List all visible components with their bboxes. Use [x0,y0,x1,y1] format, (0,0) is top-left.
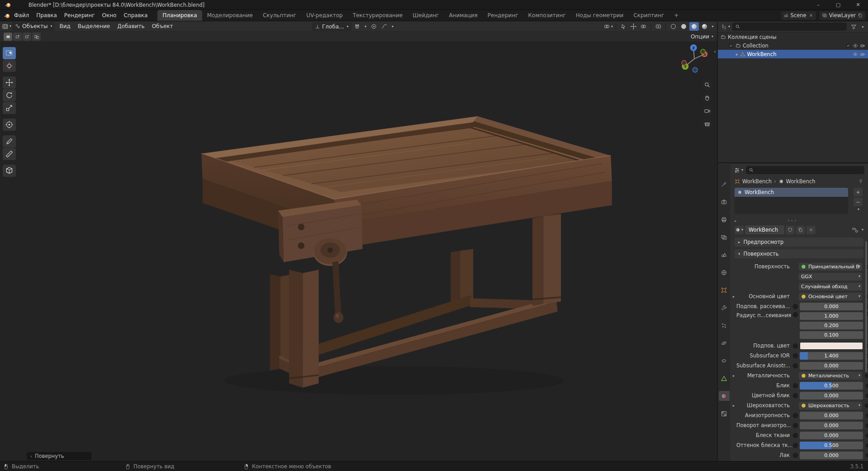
browse-material-button[interactable]: ▾ [735,226,744,234]
menu-Окно[interactable]: Окно [99,11,120,20]
properties-tab-particles[interactable] [719,320,730,330]
snap-toggle-button[interactable] [353,22,362,31]
viewport-menu-Добавить[interactable]: Добавить [114,22,148,31]
properties-tab-view-layer[interactable] [719,232,730,242]
options-dropdown[interactable]: Опции ▾ [691,33,713,40]
slider-Subsurface Anisotr...[interactable]: 0.000 [800,362,863,370]
select-set-button[interactable] [4,33,12,41]
camsmall-toggle[interactable] [860,43,865,48]
outliner-search-input[interactable] [732,23,847,31]
new-viewlayer-icon[interactable] [858,13,863,18]
viewport-menu-Вид[interactable]: Вид [56,22,74,31]
slider-Лак[interactable]: 0.000 [800,452,863,459]
properties-tab-output[interactable] [719,214,730,224]
tool-measure[interactable] [3,148,16,160]
decorator-dot[interactable] [866,384,868,388]
decorator-dot[interactable] [865,404,868,408]
decorator-dot[interactable] [866,433,868,438]
decorator-dot[interactable] [866,453,868,457]
decorator-dot[interactable] [866,423,868,428]
preview-section-header[interactable]: ▸ Предпросмотр [735,238,863,247]
decorator-dot[interactable] [865,374,868,378]
close-button[interactable]: ✕ [848,0,868,10]
decorator-dot[interactable] [866,443,868,447]
unlink-scene-icon[interactable] [808,13,814,18]
tool-move[interactable] [3,76,16,89]
select-extend-button[interactable] [13,33,22,41]
menu-Правка[interactable]: Правка [33,11,61,20]
editor-type-button[interactable]: ▾ [2,22,11,31]
surface-section-header[interactable]: ▾ Поверхность [735,249,863,258]
slider-Цветной блик[interactable]: 0.000 [800,392,863,400]
workspace-tab-Ноды геометрии[interactable]: Ноды геометрии [571,10,629,21]
navigation-gizmo[interactable]: Z X Y [678,43,710,75]
gizmos-toggle-button[interactable] [629,22,638,31]
decorator-dot[interactable] [866,394,868,398]
eye-toggle[interactable] [853,43,858,48]
fake-user-button[interactable] [786,226,795,234]
properties-search-input[interactable] [746,166,864,174]
falloff-button[interactable] [380,22,389,31]
add-slot-button[interactable] [854,188,863,196]
dropdown-Металличность[interactable]: Металличность▾ [799,372,862,380]
outliner-row-Collection[interactable]: Collection [718,41,868,50]
menu-Рендеринг[interactable]: Рендеринг [61,11,99,20]
shading-options-button[interactable]: ▾ [710,22,715,31]
minimize-button[interactable]: – [808,0,828,10]
slider-Блеск ткани[interactable]: 0.000 [800,432,863,439]
list-resize-grip[interactable]: ▸ ••• [735,218,848,224]
blender-menu-icon[interactable] [4,12,10,19]
number-field[interactable]: 0.100 [800,331,863,339]
properties-editor-button[interactable]: ▾ [734,166,743,175]
properties-tab-physics[interactable] [719,338,730,348]
falloff-options-button[interactable]: ▾ [390,22,395,31]
overlays-toggle-button[interactable] [639,22,648,31]
tool-add-cube[interactable] [3,165,16,177]
outliner-filter-button[interactable] [849,23,858,31]
material-slot-list[interactable]: WorkBench [735,188,848,214]
material-slot-item[interactable]: WorkBench [735,188,848,197]
sidebar-toggle[interactable]: ‹ [714,48,716,55]
properties-tab-modifiers[interactable] [719,303,730,313]
copy-material-button[interactable] [796,226,805,234]
snap-options-button[interactable]: ▾ [363,22,368,31]
slider-Анизотропность[interactable]: 0.000 [800,412,863,419]
properties-tab-render[interactable] [719,197,730,207]
dropdown-Основной цвет[interactable]: Основной цвет▾ [799,293,862,300]
maximize-button[interactable]: ▢ [828,0,848,10]
mode-dropdown[interactable]: Объекты ▾ [12,22,55,31]
select-intersect-button[interactable] [32,33,41,41]
tool-cursor[interactable] [3,60,16,72]
dropdown-Шероховатость[interactable]: Шероховатость▾ [799,402,862,409]
workspace-tab-UV-редактор[interactable]: UV-редактор [301,10,347,21]
viewport-menu-Выделение[interactable]: Выделение [74,22,114,31]
shading-material-button[interactable] [689,22,699,31]
outliner-options-button[interactable]: ▾ [860,23,865,31]
slider-Блик[interactable]: 0.500 [800,382,863,390]
slot-specials-button[interactable]: ▾ [858,208,859,211]
select-subtract-button[interactable] [23,33,31,41]
expand-icon[interactable]: ▸ [731,374,736,378]
nav-gridfloor-button[interactable] [702,119,712,129]
slider-Подпов. рассеива...[interactable]: 0.000 [800,303,863,310]
workspace-tab-Рендеринг[interactable]: Рендеринг [483,10,523,21]
select-GGX[interactable]: GGX▾ [799,273,862,281]
use-nodes-button[interactable] [850,226,859,234]
workspace-tab-Текстурирование[interactable]: Текстурирование [348,10,408,21]
menu-Файл[interactable]: Файл [10,11,33,20]
tool-transform[interactable] [3,119,16,131]
unlink-material-button[interactable] [806,226,816,234]
tool-annotate[interactable] [3,135,16,147]
outliner-row-Коллекция сцены[interactable]: Коллекция сцены [718,33,868,41]
number-field[interactable]: 1.000 [800,312,863,320]
orientation-dropdown[interactable]: Глоба... ▾ [312,22,351,31]
workspace-tab-Скульптинг[interactable]: Скульптинг [258,10,301,21]
outliner-row-WorkBench[interactable]: ▸WorkBench [718,50,868,58]
properties-tab-material[interactable] [719,391,730,401]
workspace-tab-Шейдинг[interactable]: Шейдинг [408,10,444,21]
color-swatch-Подпов. цвет[interactable] [800,342,863,350]
workspace-tab-Планировка[interactable]: Планировка [157,10,202,21]
viewport-menu-Объект[interactable]: Объект [148,22,177,31]
decorator-dot[interactable] [866,414,868,418]
expand-icon[interactable]: ▸ [731,404,736,408]
